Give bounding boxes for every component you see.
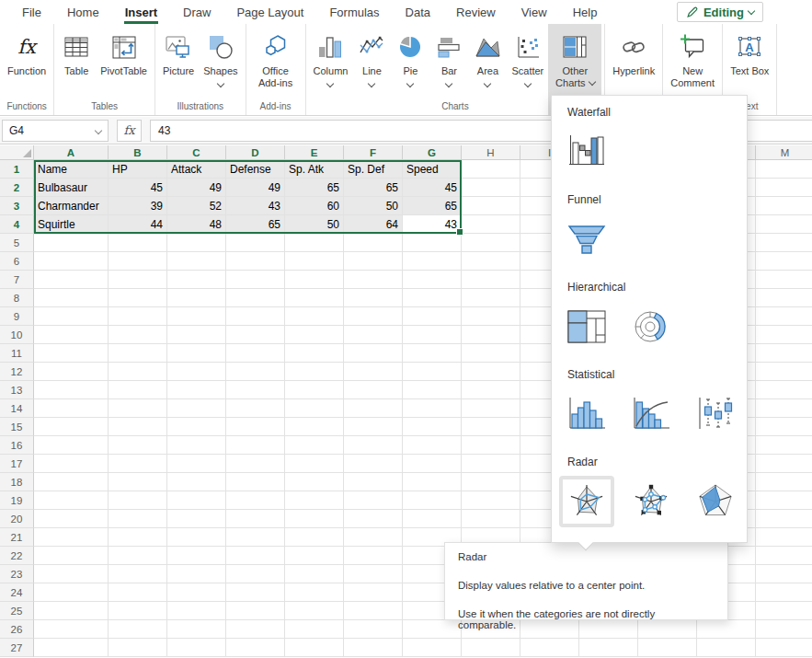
cell-B7[interactable] bbox=[109, 271, 167, 289]
cell-D16[interactable] bbox=[226, 436, 285, 455]
cell-A23[interactable] bbox=[34, 565, 109, 583]
cell-D21[interactable] bbox=[226, 528, 285, 547]
row-header-20[interactable]: 20 bbox=[0, 510, 34, 528]
cell-E24[interactable] bbox=[285, 583, 344, 602]
cell-C12[interactable] bbox=[167, 363, 226, 381]
cell-C21[interactable] bbox=[167, 528, 226, 547]
cell-B14[interactable] bbox=[109, 399, 167, 418]
cell-G10[interactable] bbox=[403, 326, 462, 344]
filled-radar-chart-item[interactable] bbox=[688, 476, 743, 527]
row-header-14[interactable]: 14 bbox=[0, 399, 34, 418]
cell-A9[interactable] bbox=[34, 307, 109, 326]
cell-G1[interactable]: Speed bbox=[403, 160, 462, 179]
cell-M25[interactable] bbox=[756, 602, 812, 620]
cell-E22[interactable] bbox=[285, 547, 344, 565]
cell-A26[interactable] bbox=[34, 620, 109, 639]
cell-D23[interactable] bbox=[226, 565, 285, 583]
cell-D4[interactable]: 65 bbox=[226, 215, 285, 234]
box-whisker-chart-item[interactable] bbox=[688, 388, 743, 440]
row-header-15[interactable]: 15 bbox=[0, 418, 34, 436]
cell-D19[interactable] bbox=[226, 491, 285, 510]
cell-B22[interactable] bbox=[109, 547, 167, 565]
cell-M9[interactable] bbox=[756, 307, 812, 326]
cell-E16[interactable] bbox=[285, 436, 344, 455]
cell-A22[interactable] bbox=[34, 547, 109, 565]
cell-A24[interactable] bbox=[34, 583, 109, 602]
row-header-2[interactable]: 2 bbox=[0, 179, 34, 197]
row-header-12[interactable]: 12 bbox=[0, 363, 34, 381]
cell-C8[interactable] bbox=[167, 289, 226, 307]
cell-M14[interactable] bbox=[756, 399, 812, 418]
cell-D10[interactable] bbox=[226, 326, 285, 344]
cell-A6[interactable] bbox=[34, 252, 109, 271]
cell-F1[interactable]: Sp. Def bbox=[344, 160, 403, 179]
cell-B26[interactable] bbox=[109, 620, 167, 639]
cell-B4[interactable]: 44 bbox=[109, 215, 167, 234]
cell-E7[interactable] bbox=[285, 271, 344, 289]
select-all-corner[interactable] bbox=[0, 145, 34, 160]
tab-home[interactable]: Home bbox=[54, 0, 112, 24]
cell-M15[interactable] bbox=[756, 418, 812, 436]
cell-B25[interactable] bbox=[109, 602, 167, 620]
cell-G11[interactable] bbox=[403, 344, 462, 363]
cell-E9[interactable] bbox=[285, 307, 344, 326]
column-header-H[interactable]: H bbox=[462, 145, 520, 160]
cell-G17[interactable] bbox=[403, 455, 462, 473]
cell-F19[interactable] bbox=[344, 491, 403, 510]
cell-H13[interactable] bbox=[462, 381, 520, 399]
cell-B17[interactable] bbox=[109, 455, 167, 473]
cell-D15[interactable] bbox=[226, 418, 285, 436]
cell-M5[interactable] bbox=[756, 234, 812, 252]
cell-M27[interactable] bbox=[756, 639, 812, 657]
cell-M17[interactable] bbox=[756, 455, 812, 473]
cell-M4[interactable] bbox=[756, 215, 812, 234]
cell-D8[interactable] bbox=[226, 289, 285, 307]
tab-help[interactable]: Help bbox=[560, 0, 611, 24]
cell-E15[interactable] bbox=[285, 418, 344, 436]
cell-G14[interactable] bbox=[403, 399, 462, 418]
cell-M6[interactable] bbox=[756, 252, 812, 271]
cell-K27[interactable] bbox=[638, 639, 697, 657]
cell-E19[interactable] bbox=[285, 491, 344, 510]
cell-F11[interactable] bbox=[344, 344, 403, 363]
cell-J27[interactable] bbox=[579, 639, 638, 657]
cell-B15[interactable] bbox=[109, 418, 167, 436]
cell-L27[interactable] bbox=[697, 639, 756, 657]
cell-M1[interactable] bbox=[756, 160, 812, 179]
cell-E26[interactable] bbox=[285, 620, 344, 639]
cell-A11[interactable] bbox=[34, 344, 109, 363]
cell-H2[interactable] bbox=[462, 179, 520, 197]
cell-A8[interactable] bbox=[34, 289, 109, 307]
cell-D20[interactable] bbox=[226, 510, 285, 528]
cell-C10[interactable] bbox=[167, 326, 226, 344]
cell-D17[interactable] bbox=[226, 455, 285, 473]
cell-E14[interactable] bbox=[285, 399, 344, 418]
cell-C7[interactable] bbox=[167, 271, 226, 289]
row-header-19[interactable]: 19 bbox=[0, 491, 34, 510]
cell-F24[interactable] bbox=[344, 583, 403, 602]
cell-C2[interactable]: 49 bbox=[167, 179, 226, 197]
cell-E21[interactable] bbox=[285, 528, 344, 547]
editing-mode-button[interactable]: Editing bbox=[677, 2, 763, 22]
cell-E8[interactable] bbox=[285, 289, 344, 307]
cell-G9[interactable] bbox=[403, 307, 462, 326]
cell-I27[interactable] bbox=[520, 639, 579, 657]
cell-E12[interactable] bbox=[285, 363, 344, 381]
cell-H8[interactable] bbox=[462, 289, 520, 307]
cell-G4[interactable]: 43 bbox=[403, 215, 462, 234]
cell-D26[interactable] bbox=[226, 620, 285, 639]
cell-D1[interactable]: Defense bbox=[226, 160, 285, 179]
cell-C14[interactable] bbox=[167, 399, 226, 418]
cell-A15[interactable] bbox=[34, 418, 109, 436]
cell-E3[interactable]: 60 bbox=[285, 197, 344, 215]
cell-F22[interactable] bbox=[344, 547, 403, 565]
cell-G5[interactable] bbox=[403, 234, 462, 252]
row-header-17[interactable]: 17 bbox=[0, 455, 34, 473]
row-header-13[interactable]: 13 bbox=[0, 381, 34, 399]
cell-F20[interactable] bbox=[344, 510, 403, 528]
cell-H12[interactable] bbox=[462, 363, 520, 381]
row-header-25[interactable]: 25 bbox=[0, 602, 34, 620]
column-header-G[interactable]: G bbox=[403, 145, 462, 160]
cell-F14[interactable] bbox=[344, 399, 403, 418]
cell-B21[interactable] bbox=[109, 528, 167, 547]
